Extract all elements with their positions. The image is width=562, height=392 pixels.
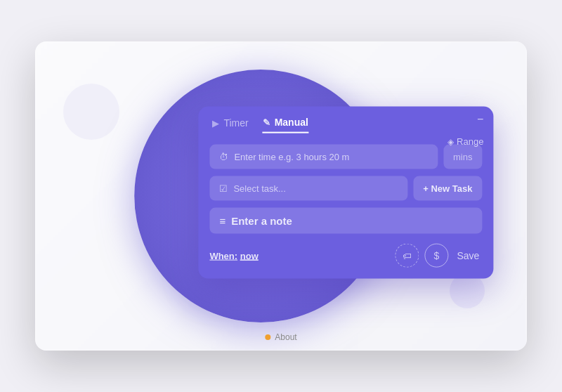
timer-icon: ▶ [212,117,219,128]
tab-timer[interactable]: ▶ Timer [212,117,248,133]
about-dot [265,334,270,340]
mins-label: mins [443,145,482,169]
when-value[interactable]: now [240,250,259,261]
modal-panel: ▶ Timer ✎ Manual ◈ Range − ⏱ Enter time … [198,107,493,279]
manual-icon: ✎ [263,117,270,127]
range-toggle[interactable]: ◈ Range [447,136,483,147]
when-prefix: When: [209,250,237,261]
time-placeholder: Enter time e.g. 3 hours 20 m [234,152,349,162]
manual-tab-label: Manual [275,117,308,128]
tag-button[interactable]: 🏷 [395,244,419,268]
task-row: ☑ Select task... + New Task [209,176,482,201]
range-label: Range [457,136,483,147]
panel-body: ⏱ Enter time e.g. 3 hours 20 m mins ☑ Se… [198,141,493,279]
tag-icon: 🏷 [403,250,412,261]
clock-icon: ⏱ [219,152,228,162]
about-label: About [275,332,296,342]
footer-actions: 🏷 $ Save [395,244,482,268]
range-icon: ◈ [447,136,454,146]
minimize-button[interactable]: − [477,114,483,125]
task-icon: ☑ [219,183,228,194]
when-label: When: now [209,250,258,261]
note-placeholder: Enter a note [231,215,292,227]
tab-bar: ▶ Timer ✎ Manual ◈ Range − [198,107,493,141]
timer-tab-label: Timer [223,117,248,129]
time-input[interactable]: ⏱ Enter time e.g. 3 hours 20 m [209,145,438,169]
about-tab[interactable]: About [265,332,296,342]
screen-wrapper: ▶ Timer ✎ Manual ◈ Range − ⏱ Enter time … [35,41,527,351]
new-task-button[interactable]: + New Task [413,176,482,201]
footer-row: When: now 🏷 $ Save [209,241,482,268]
note-icon: ≡ [219,215,226,227]
bg-decoration-1 [63,84,119,140]
save-button[interactable]: Save [454,250,482,261]
note-input[interactable]: ≡ Enter a note [209,208,482,234]
task-placeholder: Select task... [233,183,285,194]
dollar-icon: $ [434,250,440,261]
tab-manual[interactable]: ✎ Manual [263,117,308,133]
billing-button[interactable]: $ [424,244,448,268]
time-row: ⏱ Enter time e.g. 3 hours 20 m mins [209,145,482,169]
task-input[interactable]: ☑ Select task... [209,176,407,201]
